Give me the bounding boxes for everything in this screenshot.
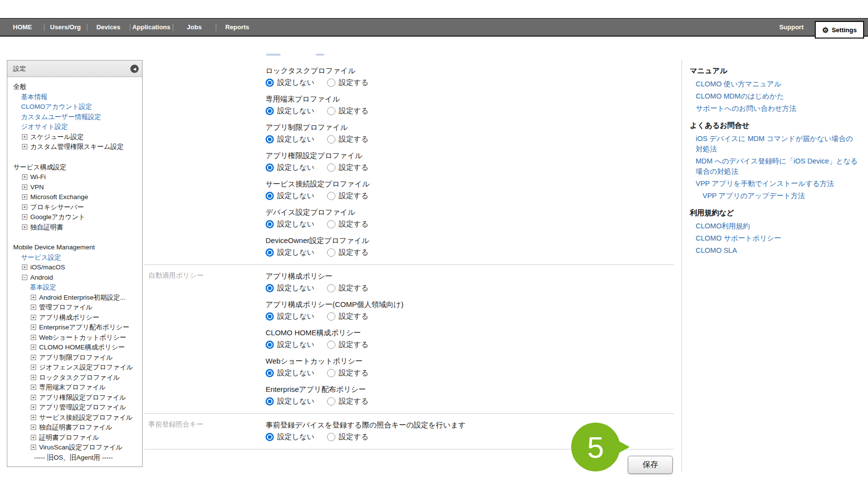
sidebar-item-28[interactable]: +ジオフェンス設定プロファイル [7, 363, 140, 373]
radio-selected-icon[interactable] [266, 248, 274, 257]
radio-unselected-icon[interactable] [327, 248, 335, 257]
plus-box-icon[interactable]: + [31, 375, 36, 380]
radio-unselected-icon[interactable] [327, 433, 335, 441]
help-link[interactable]: CLOMO利用規約 [696, 221, 858, 231]
radio-unselected-icon[interactable] [327, 135, 335, 143]
plus-box-icon[interactable]: + [31, 355, 36, 360]
radio-unselected-icon[interactable] [327, 397, 335, 406]
sidebar-item-label[interactable]: CLOMOアカウント設定 [21, 103, 92, 110]
plus-box-icon[interactable]: + [22, 204, 27, 210]
nav-item-jobs[interactable]: Jobs [173, 19, 216, 36]
sidebar-item-34[interactable]: +独自証明書プロファイル [7, 423, 140, 433]
sidebar-item-35[interactable]: +証明書プロファイル [7, 433, 140, 443]
radio-unselected-icon[interactable] [327, 107, 335, 115]
sidebar-item-25[interactable]: +Webショートカットポリシー [7, 333, 140, 343]
radio-selected-icon[interactable] [266, 192, 274, 200]
plus-box-icon[interactable]: + [31, 425, 36, 430]
sidebar-item-36[interactable]: +VirusScan設定プロファイル [7, 443, 140, 453]
radio-selected-icon[interactable] [266, 163, 274, 172]
sidebar-item-14[interactable]: +独自証明書 [7, 223, 140, 233]
radio-unselected-icon[interactable] [327, 192, 335, 200]
sidebar-item-9[interactable]: +Wi-Fi [7, 172, 140, 183]
sidebar-item-23[interactable]: +アプリ構成ポリシー [7, 313, 140, 323]
plus-box-icon[interactable]: + [22, 224, 27, 230]
radio-selected-icon[interactable] [266, 220, 274, 228]
sidebar-item-12[interactable]: +プロキシサーバー [7, 203, 140, 213]
plus-box-icon[interactable]: + [31, 345, 36, 350]
nav-item-devices[interactable]: Devices [87, 19, 130, 36]
help-link[interactable]: CLOMO MDMのはじめかた [696, 91, 858, 102]
sidebar-item-21[interactable]: +Android Enterprise初期設定... [7, 293, 140, 303]
sidebar-item-30[interactable]: +専用端末プロファイル [7, 383, 140, 393]
nav-item-support[interactable]: Support [779, 19, 804, 36]
radio-selected-icon[interactable] [266, 284, 274, 292]
radio-selected-icon[interactable] [266, 369, 274, 377]
sidebar-item-33[interactable]: +サービス接続設定プロファイル [7, 413, 140, 423]
help-link[interactable]: iOS デバイスに MDM コマンドが届かない場合の対処法 [696, 134, 858, 154]
sidebar-item-1[interactable]: 基本情報 [7, 92, 140, 102]
help-link[interactable]: CLOMO サポートポリシー [696, 233, 858, 244]
plus-box-icon[interactable]: + [31, 325, 36, 330]
radio-selected-icon[interactable] [266, 312, 274, 321]
plus-box-icon[interactable]: + [22, 184, 27, 190]
radio-selected-icon[interactable] [266, 135, 274, 143]
sidebar-item-3[interactable]: カスタムユーザー情報設定 [7, 112, 140, 122]
sidebar-item-22[interactable]: +管理プロファイル [7, 303, 140, 313]
help-link[interactable]: MDM へのデバイス登録時に「iOS Device」となる場合の対処法 [696, 156, 858, 177]
plus-box-icon[interactable]: + [22, 264, 27, 270]
sidebar-item-29[interactable]: +ロックタスクプロファイル [7, 373, 140, 383]
sidebar-item-label[interactable]: サービス設定 [21, 254, 61, 261]
sidebar-item-26[interactable]: +CLOMO HOME構成ポリシー [7, 343, 140, 353]
help-link[interactable]: VPP アプリを手動でインストールする方法 [696, 179, 858, 189]
help-link[interactable]: VPP アプリのアップデート方法 [703, 191, 858, 201]
tab-settings[interactable]: ⚙︎ Settings [815, 21, 864, 39]
sidebar-item-6[interactable]: +カスタム管理権限スキーム設定 [7, 142, 140, 152]
sidebar-item-13[interactable]: +Googleアカウント [7, 212, 140, 223]
sidebar-item-31[interactable]: +アプリ権限設定プロファイル [7, 393, 140, 403]
sidebar-item-32[interactable]: +アプリ管理設定プロファイル [7, 403, 140, 413]
radio-unselected-icon[interactable] [327, 369, 335, 377]
plus-box-icon[interactable]: + [31, 295, 36, 300]
plus-box-icon[interactable]: + [31, 415, 36, 420]
sidebar-item-label[interactable]: 基本設定 [30, 284, 56, 291]
plus-box-icon[interactable]: + [31, 405, 36, 410]
nav-item-applications[interactable]: Applications [130, 19, 173, 36]
help-link[interactable]: サポートへのお問い合わせ方法 [696, 103, 858, 114]
radio-unselected-icon[interactable] [327, 284, 335, 292]
sidebar-item-18[interactable]: +iOS/macOS [7, 263, 140, 273]
help-link[interactable]: CLOMO 使い方マニュアル [696, 79, 858, 89]
plus-box-icon[interactable]: + [22, 134, 27, 140]
save-button[interactable]: 保存 [628, 456, 673, 474]
radio-selected-icon[interactable] [266, 397, 274, 406]
plus-box-icon[interactable]: + [22, 214, 27, 220]
radio-unselected-icon[interactable] [327, 312, 335, 321]
radio-unselected-icon[interactable] [327, 341, 335, 349]
radio-unselected-icon[interactable] [327, 220, 335, 228]
radio-selected-icon[interactable] [266, 79, 274, 87]
plus-box-icon[interactable]: + [31, 445, 36, 450]
nav-item-users-org[interactable]: Users/Org [44, 19, 87, 36]
sidebar-item-11[interactable]: +Microsoft Exchange [7, 192, 140, 203]
sidebar-item-label[interactable]: カスタムユーザー情報設定 [21, 113, 101, 121]
nav-item-reports[interactable]: Reports [216, 19, 259, 36]
sidebar-item-label[interactable]: ジオサイト設定 [21, 123, 68, 130]
sidebar-item-17[interactable]: サービス設定 [7, 253, 140, 263]
minus-box-icon[interactable]: − [22, 275, 27, 280]
sidebar-item-24[interactable]: +Enterpriseアプリ配布ポリシー [7, 323, 140, 333]
plus-box-icon[interactable]: + [31, 395, 36, 400]
radio-unselected-icon[interactable] [327, 79, 335, 87]
plus-box-icon[interactable]: + [31, 315, 36, 320]
radio-unselected-icon[interactable] [327, 163, 335, 172]
help-link[interactable]: CLOMO SLA [696, 245, 858, 256]
radio-selected-icon[interactable] [266, 107, 274, 115]
plus-box-icon[interactable]: + [22, 144, 27, 149]
sidebar-item-27[interactable]: +アプリ制限プロファイル [7, 353, 140, 363]
plus-box-icon[interactable]: + [22, 174, 27, 180]
plus-box-icon[interactable]: + [22, 194, 27, 200]
plus-box-icon[interactable]: + [31, 305, 36, 310]
sidebar-item-10[interactable]: +VPN [7, 183, 140, 193]
plus-box-icon[interactable]: + [31, 335, 36, 340]
radio-selected-icon[interactable] [266, 341, 274, 349]
plus-box-icon[interactable]: + [31, 435, 36, 440]
plus-box-icon[interactable]: + [31, 385, 36, 390]
